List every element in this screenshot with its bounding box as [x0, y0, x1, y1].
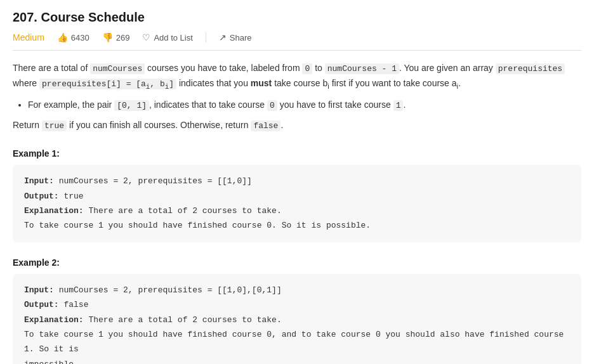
likes-count: 6430 — [71, 33, 89, 42]
numcourses-minus-code: numCourses - 1 — [325, 63, 399, 74]
thumbs-up-icon: 👍 — [57, 32, 68, 42]
dislikes-count: 269 — [116, 33, 130, 42]
course-1-code: 1 — [393, 100, 404, 111]
description-paragraph-1: There are a total of numCourses courses … — [13, 61, 581, 93]
add-to-list-label: Add to List — [154, 33, 192, 42]
example-1-input-value: numCourses = 2, prerequisites = [[1,0]] — [59, 176, 252, 186]
example-1-output-label: Output: — [24, 192, 59, 201]
bullet-item-1: For example, the pair [0, 1], indicates … — [28, 98, 581, 113]
example-2-output: Output: false — [24, 297, 570, 312]
list-icon: ♡ — [142, 32, 150, 42]
example-2-explanation: Explanation: There are a total of 2 cour… — [24, 313, 570, 327]
description-paragraph-return: Return true if you can finish all course… — [13, 118, 581, 133]
example-2-box: Input: numCourses = 2, prerequisites = [… — [13, 274, 581, 364]
share-icon: ↗ — [219, 32, 227, 42]
zero-code: 0 — [302, 63, 312, 74]
example-2-exp-text: There are a total of 2 courses to take. — [88, 315, 281, 325]
true-code: true — [42, 120, 67, 131]
example-1-box: Input: numCourses = 2, prerequisites = [… — [13, 165, 581, 242]
must-text: must — [251, 78, 272, 88]
example-1-explanation-label: Explanation: — [24, 206, 84, 216]
example-1-output-val: true — [63, 192, 83, 201]
example-2-explanation-line3: impossible. — [24, 357, 570, 364]
example-2-input: Input: numCourses = 2, prerequisites = [… — [24, 283, 570, 297]
thumbs-down-icon: 👎 — [102, 32, 113, 42]
prerequisites-code-1: prerequisites — [496, 63, 565, 74]
example-1-section: Example 1: Input: numCourses = 2, prereq… — [13, 148, 581, 242]
likes-button[interactable]: 👍 6430 — [57, 32, 89, 42]
example-1-explanation-line2: To take course 1 you should have finishe… — [24, 218, 570, 233]
example-2-output-val: false — [63, 300, 88, 309]
prerequisites-i-code: prerequisites[i] = [ai, bi] — [39, 79, 176, 89]
false-code: false — [251, 120, 280, 131]
example-1-exp-text: There are a total of 2 courses to take. — [88, 206, 281, 216]
problem-description: There are a total of numCourses courses … — [13, 61, 581, 133]
meta-bar: Medium 👍 6430 👎 269 ♡ Add to List ↗ Shar… — [13, 32, 581, 51]
add-to-list-button[interactable]: ♡ Add to List — [142, 32, 192, 42]
example-2-title: Example 2: — [13, 257, 581, 268]
share-button[interactable]: ↗ Share — [219, 32, 252, 42]
example-1-explanation: Explanation: There are a total of 2 cour… — [24, 204, 570, 218]
dislikes-button[interactable]: 👎 269 — [102, 32, 130, 42]
share-label: Share — [230, 33, 252, 42]
pair-code: [0, 1] — [114, 100, 149, 111]
example-1-input: Input: numCourses = 2, prerequisites = [… — [24, 174, 570, 188]
example-2-output-label: Output: — [24, 300, 59, 309]
course-0-code: 0 — [267, 100, 277, 111]
example-1-title: Example 1: — [13, 148, 581, 159]
example-2-input-val: numCourses = 2, prerequisites = [[1,0],[… — [59, 285, 282, 295]
difficulty-badge: Medium — [13, 32, 44, 42]
divider — [206, 32, 206, 42]
example-1-output: Output: true — [24, 189, 570, 204]
page-title: 207. Course Schedule — [13, 10, 581, 25]
example-2-input-label: Input: — [24, 285, 54, 295]
numcourses-code-1: numCourses — [90, 63, 145, 74]
example-1-input-label: Input: — [24, 176, 54, 186]
bullet-list: For example, the pair [0, 1], indicates … — [28, 98, 581, 113]
example-2-section: Example 2: Input: numCourses = 2, prereq… — [13, 257, 581, 364]
example-2-explanation-label: Explanation: — [24, 315, 84, 325]
example-2-explanation-line2: To take course 1 you should have finishe… — [24, 327, 570, 357]
